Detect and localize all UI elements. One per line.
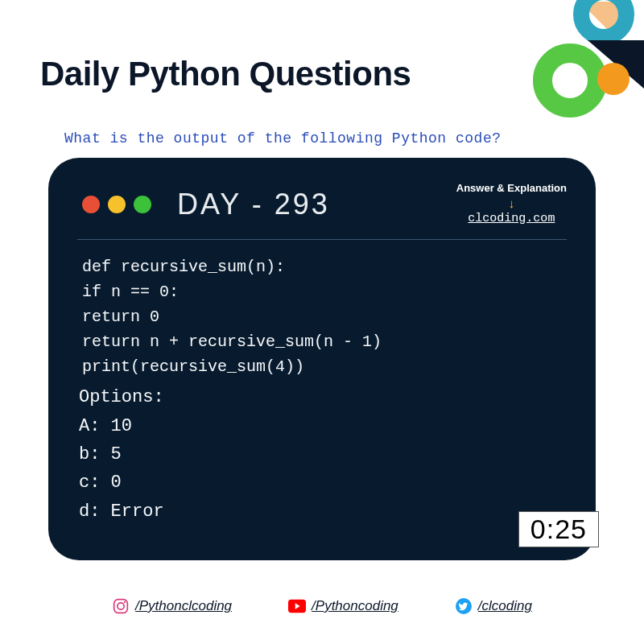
svg-point-1: [543, 53, 597, 108]
svg-rect-3: [114, 600, 128, 613]
options-heading: Options:: [79, 387, 567, 407]
twitter-icon: [455, 597, 473, 615]
svg-point-4: [118, 603, 124, 609]
timer-badge: 0:25: [518, 511, 599, 547]
close-dot-icon: [82, 196, 100, 213]
code-line: if n == 0:: [82, 283, 179, 301]
option-a: A: 10: [79, 412, 567, 440]
code-line: return 0: [82, 308, 159, 326]
youtube-icon: [288, 597, 306, 615]
answer-link[interactable]: clcoding.com: [456, 210, 567, 229]
minimize-dot-icon: [108, 196, 126, 213]
answer-hint: Answer & Explanation ↓ clcoding.com: [456, 180, 567, 228]
option-c: c: 0: [79, 469, 567, 497]
answer-hint-label: Answer & Explanation: [456, 180, 567, 196]
code-terminal: DAY - 293 Answer & Explanation ↓ clcodin…: [48, 158, 596, 560]
instagram-handle: /Pythonclcoding: [135, 598, 232, 614]
svg-point-5: [124, 601, 126, 603]
youtube-handle: /Pythoncoding: [312, 598, 398, 614]
twitter-link[interactable]: /clcoding: [455, 597, 532, 615]
instagram-icon: [112, 597, 130, 615]
code-block: def recursive_sum(n): if n == 0: return …: [82, 254, 567, 379]
option-b: b: 5: [79, 440, 567, 469]
options-list: A: 10 b: 5 c: 0 d: Error: [79, 412, 567, 526]
day-label: DAY - 293: [177, 188, 330, 221]
instagram-link[interactable]: /Pythonclcoding: [112, 597, 232, 615]
page-title: Daily Python Questions: [40, 55, 411, 93]
code-line: return n + recursive_sum(n - 1): [82, 332, 382, 351]
maximize-dot-icon: [134, 196, 151, 213]
decorative-shapes: [491, 0, 644, 121]
question-prompt: What is the output of the following Pyth…: [64, 130, 501, 147]
option-d: d: Error: [79, 497, 567, 526]
youtube-link[interactable]: /Pythoncoding: [288, 597, 398, 615]
arrow-down-icon: ↓: [456, 197, 567, 209]
twitter-handle: /clcoding: [478, 598, 532, 614]
traffic-lights: [82, 196, 151, 213]
svg-point-2: [597, 63, 630, 95]
code-line: print(recursive_sum(4)): [82, 357, 304, 376]
social-bar: /Pythonclcoding /Pythoncoding /clcoding: [0, 597, 644, 615]
terminal-header: DAY - 293 Answer & Explanation ↓ clcodin…: [77, 180, 567, 240]
code-line: def recursive_sum(n):: [82, 258, 285, 276]
